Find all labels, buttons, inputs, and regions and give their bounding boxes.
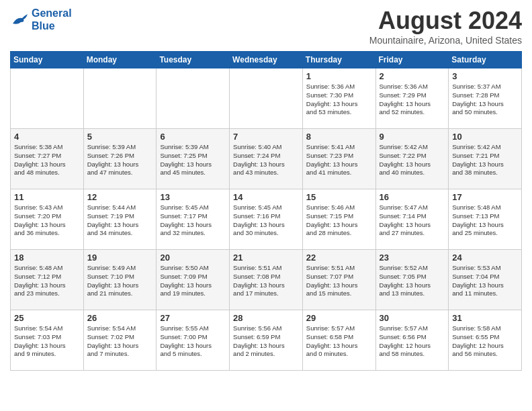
day-number: 13 <box>160 192 226 202</box>
day-number: 19 <box>87 253 153 263</box>
calendar-cell-w1-d1 <box>11 68 84 129</box>
day-number: 4 <box>14 132 80 142</box>
day-number: 23 <box>380 253 445 263</box>
day-info: Sunrise: 5:44 AM Sunset: 7:19 PM Dayligh… <box>87 203 153 238</box>
calendar-header-row: Sunday Monday Tuesday Wednesday Thursday… <box>11 52 522 68</box>
day-number: 25 <box>14 313 80 323</box>
day-info: Sunrise: 5:37 AM Sunset: 7:28 PM Dayligh… <box>452 83 518 117</box>
calendar-cell-w4-d4: 21Sunrise: 5:51 AM Sunset: 7:08 PM Dayli… <box>230 250 303 310</box>
calendar-cell-w5-d4: 28Sunrise: 5:56 AM Sunset: 6:59 PM Dayli… <box>230 310 303 371</box>
calendar-week-1: 1Sunrise: 5:36 AM Sunset: 7:30 PM Daylig… <box>11 68 522 129</box>
day-info: Sunrise: 5:45 AM Sunset: 7:17 PM Dayligh… <box>160 203 226 238</box>
day-number: 8 <box>306 132 372 142</box>
calendar-cell-w5-d2: 26Sunrise: 5:54 AM Sunset: 7:02 PM Dayli… <box>83 310 157 371</box>
day-info: Sunrise: 5:56 AM Sunset: 6:59 PM Dayligh… <box>233 324 299 359</box>
header-saturday: Saturday <box>449 52 522 68</box>
calendar-cell-w2-d1: 4Sunrise: 5:38 AM Sunset: 7:27 PM Daylig… <box>11 129 84 189</box>
day-info: Sunrise: 5:53 AM Sunset: 7:04 PM Dayligh… <box>452 264 518 298</box>
calendar-week-3: 11Sunrise: 5:43 AM Sunset: 7:20 PM Dayli… <box>11 189 522 250</box>
logo-line1: General <box>32 7 72 19</box>
calendar-week-5: 25Sunrise: 5:54 AM Sunset: 7:03 PM Dayli… <box>11 310 522 371</box>
day-info: Sunrise: 5:41 AM Sunset: 7:23 PM Dayligh… <box>306 143 372 177</box>
day-number: 28 <box>233 313 299 323</box>
day-info: Sunrise: 5:57 AM Sunset: 6:58 PM Dayligh… <box>306 324 372 359</box>
month-title: August 2024 <box>369 7 522 35</box>
day-info: Sunrise: 5:54 AM Sunset: 7:03 PM Dayligh… <box>14 324 80 359</box>
calendar-cell-w3-d5: 15Sunrise: 5:46 AM Sunset: 7:15 PM Dayli… <box>302 189 375 250</box>
calendar-cell-w2-d3: 6Sunrise: 5:39 AM Sunset: 7:25 PM Daylig… <box>157 129 230 189</box>
calendar-cell-w4-d5: 22Sunrise: 5:51 AM Sunset: 7:07 PM Dayli… <box>302 250 375 310</box>
day-number: 14 <box>233 192 299 202</box>
calendar-cell-w3-d2: 12Sunrise: 5:44 AM Sunset: 7:19 PM Dayli… <box>83 189 157 250</box>
day-number: 10 <box>452 132 518 142</box>
header-monday: Monday <box>83 52 157 68</box>
day-info: Sunrise: 5:39 AM Sunset: 7:25 PM Dayligh… <box>160 143 226 177</box>
day-info: Sunrise: 5:39 AM Sunset: 7:26 PM Dayligh… <box>87 143 153 177</box>
day-number: 7 <box>233 132 299 142</box>
calendar-cell-w3-d6: 16Sunrise: 5:47 AM Sunset: 7:14 PM Dayli… <box>375 189 449 250</box>
day-number: 17 <box>452 192 518 202</box>
day-number: 30 <box>380 313 445 323</box>
day-info: Sunrise: 5:45 AM Sunset: 7:16 PM Dayligh… <box>233 203 299 238</box>
calendar-cell-w2-d2: 5Sunrise: 5:39 AM Sunset: 7:26 PM Daylig… <box>83 129 157 189</box>
calendar-week-4: 18Sunrise: 5:48 AM Sunset: 7:12 PM Dayli… <box>11 250 522 310</box>
header-sunday: Sunday <box>11 52 84 68</box>
day-info: Sunrise: 5:52 AM Sunset: 7:05 PM Dayligh… <box>380 264 445 298</box>
day-number: 3 <box>452 71 518 81</box>
calendar-cell-w1-d6: 2Sunrise: 5:36 AM Sunset: 7:29 PM Daylig… <box>375 68 449 129</box>
calendar-cell-w5-d6: 30Sunrise: 5:57 AM Sunset: 6:56 PM Dayli… <box>375 310 449 371</box>
day-number: 26 <box>87 313 153 323</box>
day-info: Sunrise: 5:42 AM Sunset: 7:21 PM Dayligh… <box>452 143 518 177</box>
calendar-cell-w2-d5: 8Sunrise: 5:41 AM Sunset: 7:23 PM Daylig… <box>302 129 375 189</box>
calendar-cell-w5-d7: 31Sunrise: 5:58 AM Sunset: 6:55 PM Dayli… <box>449 310 522 371</box>
day-info: Sunrise: 5:42 AM Sunset: 7:22 PM Dayligh… <box>380 143 445 177</box>
day-info: Sunrise: 5:55 AM Sunset: 7:00 PM Dayligh… <box>160 324 226 359</box>
header-wednesday: Wednesday <box>230 52 303 68</box>
day-number: 12 <box>87 192 153 202</box>
calendar-cell-w5-d3: 27Sunrise: 5:55 AM Sunset: 7:00 PM Dayli… <box>157 310 230 371</box>
day-number: 11 <box>14 192 80 202</box>
calendar-table: Sunday Monday Tuesday Wednesday Thursday… <box>10 51 522 371</box>
page-header: General Blue August 2024 Mountainaire, A… <box>10 7 522 46</box>
location-text: Mountainaire, Arizona, United States <box>369 35 522 46</box>
day-number: 16 <box>380 192 445 202</box>
calendar-cell-w3-d7: 17Sunrise: 5:48 AM Sunset: 7:13 PM Dayli… <box>449 189 522 250</box>
day-info: Sunrise: 5:36 AM Sunset: 7:30 PM Dayligh… <box>306 83 372 117</box>
day-info: Sunrise: 5:46 AM Sunset: 7:15 PM Dayligh… <box>306 203 372 238</box>
day-info: Sunrise: 5:36 AM Sunset: 7:29 PM Dayligh… <box>380 83 445 117</box>
calendar-cell-w2-d6: 9Sunrise: 5:42 AM Sunset: 7:22 PM Daylig… <box>375 129 449 189</box>
day-number: 18 <box>14 253 80 263</box>
calendar-cell-w1-d4 <box>230 68 303 129</box>
title-block: August 2024 Mountainaire, Arizona, Unite… <box>369 7 522 46</box>
day-number: 9 <box>380 132 445 142</box>
calendar-cell-w5-d1: 25Sunrise: 5:54 AM Sunset: 7:03 PM Dayli… <box>11 310 84 371</box>
calendar-week-2: 4Sunrise: 5:38 AM Sunset: 7:27 PM Daylig… <box>11 129 522 189</box>
day-info: Sunrise: 5:48 AM Sunset: 7:13 PM Dayligh… <box>452 203 518 238</box>
calendar-cell-w5-d5: 29Sunrise: 5:57 AM Sunset: 6:58 PM Dayli… <box>302 310 375 371</box>
day-number: 29 <box>306 313 372 323</box>
day-info: Sunrise: 5:51 AM Sunset: 7:08 PM Dayligh… <box>233 264 299 298</box>
day-info: Sunrise: 5:38 AM Sunset: 7:27 PM Dayligh… <box>14 143 80 177</box>
day-number: 31 <box>452 313 518 323</box>
calendar-cell-w2-d7: 10Sunrise: 5:42 AM Sunset: 7:21 PM Dayli… <box>449 129 522 189</box>
calendar-cell-w2-d4: 7Sunrise: 5:40 AM Sunset: 7:24 PM Daylig… <box>230 129 303 189</box>
day-number: 27 <box>160 313 226 323</box>
day-number: 22 <box>306 253 372 263</box>
calendar-cell-w4-d3: 20Sunrise: 5:50 AM Sunset: 7:09 PM Dayli… <box>157 250 230 310</box>
calendar-cell-w1-d2 <box>83 68 157 129</box>
day-number: 1 <box>306 71 372 81</box>
calendar-cell-w3-d3: 13Sunrise: 5:45 AM Sunset: 7:17 PM Dayli… <box>157 189 230 250</box>
day-number: 15 <box>306 192 372 202</box>
day-info: Sunrise: 5:47 AM Sunset: 7:14 PM Dayligh… <box>380 203 445 238</box>
calendar-cell-w4-d2: 19Sunrise: 5:49 AM Sunset: 7:10 PM Dayli… <box>83 250 157 310</box>
logo-line2: Blue <box>32 19 72 32</box>
calendar-cell-w1-d5: 1Sunrise: 5:36 AM Sunset: 7:30 PM Daylig… <box>302 68 375 129</box>
header-tuesday: Tuesday <box>157 52 230 68</box>
day-info: Sunrise: 5:49 AM Sunset: 7:10 PM Dayligh… <box>87 264 153 298</box>
day-number: 2 <box>380 71 445 81</box>
header-friday: Friday <box>375 52 449 68</box>
calendar-cell-w1-d7: 3Sunrise: 5:37 AM Sunset: 7:28 PM Daylig… <box>449 68 522 129</box>
day-info: Sunrise: 5:48 AM Sunset: 7:12 PM Dayligh… <box>14 264 80 298</box>
day-info: Sunrise: 5:43 AM Sunset: 7:20 PM Dayligh… <box>14 203 80 238</box>
day-info: Sunrise: 5:51 AM Sunset: 7:07 PM Dayligh… <box>306 264 372 298</box>
